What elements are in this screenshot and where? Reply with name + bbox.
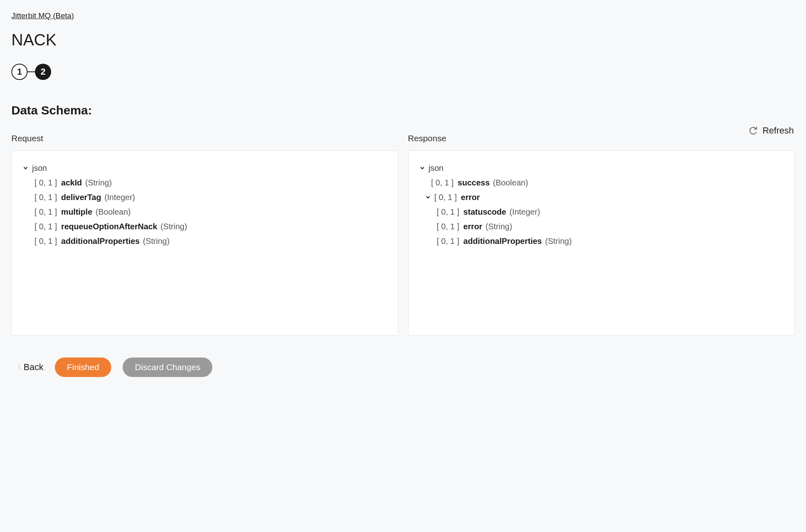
response-error-field[interactable]: [ 0, 1 ] error (String) [419,219,784,234]
discard-changes-button[interactable]: Discard Changes [123,358,212,377]
request-title: Request [11,134,398,143]
field-type: (Boolean) [95,205,131,218]
cardinality: [ 0, 1 ] [35,205,57,218]
cardinality: [ 0, 1 ] [437,220,460,233]
response-root-node[interactable]: json [419,161,784,175]
request-field[interactable]: [ 0, 1 ] ackId (String) [22,175,387,190]
response-title: Response [408,134,795,143]
page-title: NACK [11,31,795,49]
response-error-field[interactable]: [ 0, 1 ] statuscode (Integer) [419,205,784,219]
response-tree: json [ 0, 1 ] success (Boolean) [ 0, 1 ]… [419,161,784,248]
request-root-node[interactable]: json [22,161,387,175]
schema-row: Request json [ 0, 1 ] ackId (String) [ 0… [11,134,795,336]
cardinality: [ 0, 1 ] [35,176,57,189]
field-type: (String) [160,220,187,233]
field-name: deliverTag [61,191,102,204]
response-error-field[interactable]: [ 0, 1 ] additionalProperties (String) [419,234,784,248]
response-field[interactable]: [ 0, 1 ] success (Boolean) [419,175,784,190]
cardinality: [ 0, 1 ] [35,220,57,233]
cardinality: [ 0, 1 ] [434,191,457,204]
request-root-label: json [32,162,47,174]
field-name: statuscode [463,205,506,218]
field-name: error [463,220,482,233]
footer-actions: 〈 Back Finished Discard Changes [11,358,795,377]
step-1[interactable]: 1 [11,64,28,80]
response-panel: json [ 0, 1 ] success (Boolean) [ 0, 1 ]… [408,151,795,336]
field-name: additionalProperties [61,235,140,248]
cardinality: [ 0, 1 ] [437,235,460,248]
cardinality: [ 0, 1 ] [431,176,454,189]
request-panel: json [ 0, 1 ] ackId (String) [ 0, 1 ] de… [11,151,398,336]
finished-button[interactable]: Finished [55,358,111,377]
response-error-node[interactable]: [ 0, 1 ] error [419,190,784,205]
field-name: additionalProperties [463,235,542,248]
chevron-down-icon[interactable] [419,165,426,171]
chevron-left-icon: 〈 [15,363,21,372]
step-connector [28,71,35,72]
field-type: (Boolean) [493,176,528,189]
cardinality: [ 0, 1 ] [437,205,460,218]
request-field[interactable]: [ 0, 1 ] requeueOptionAfterNack (String) [22,219,387,234]
field-type: (Integer) [510,205,540,218]
field-name: multiple [61,205,93,218]
field-name: requeueOptionAfterNack [61,220,158,233]
field-type: (Integer) [104,191,135,204]
cardinality: [ 0, 1 ] [35,191,57,204]
request-field[interactable]: [ 0, 1 ] multiple (Boolean) [22,205,387,219]
chevron-down-icon[interactable] [22,165,29,171]
response-column: Response json [ 0, 1 ] success (Boolean) [408,134,795,336]
cardinality: [ 0, 1 ] [35,235,57,248]
back-button[interactable]: 〈 Back [15,362,43,373]
field-name: error [461,191,480,204]
section-title: Data Schema: [11,103,795,117]
field-type: (String) [545,235,572,248]
request-field[interactable]: [ 0, 1 ] deliverTag (Integer) [22,190,387,205]
field-type: (String) [486,220,512,233]
request-tree: json [ 0, 1 ] ackId (String) [ 0, 1 ] de… [22,161,387,248]
chevron-down-icon[interactable] [425,194,431,200]
field-name: ackId [61,176,82,189]
back-label: Back [24,362,43,373]
request-field[interactable]: [ 0, 1 ] additionalProperties (String) [22,234,387,248]
field-type: (String) [85,176,112,189]
field-name: success [458,176,490,189]
step-2[interactable]: 2 [35,64,51,80]
field-type: (String) [143,235,170,248]
response-root-label: json [429,162,444,174]
breadcrumb-link[interactable]: Jitterbit MQ (Beta) [11,11,74,20]
stepper: 1 2 [11,64,795,80]
request-column: Request json [ 0, 1 ] ackId (String) [ 0… [11,134,398,336]
